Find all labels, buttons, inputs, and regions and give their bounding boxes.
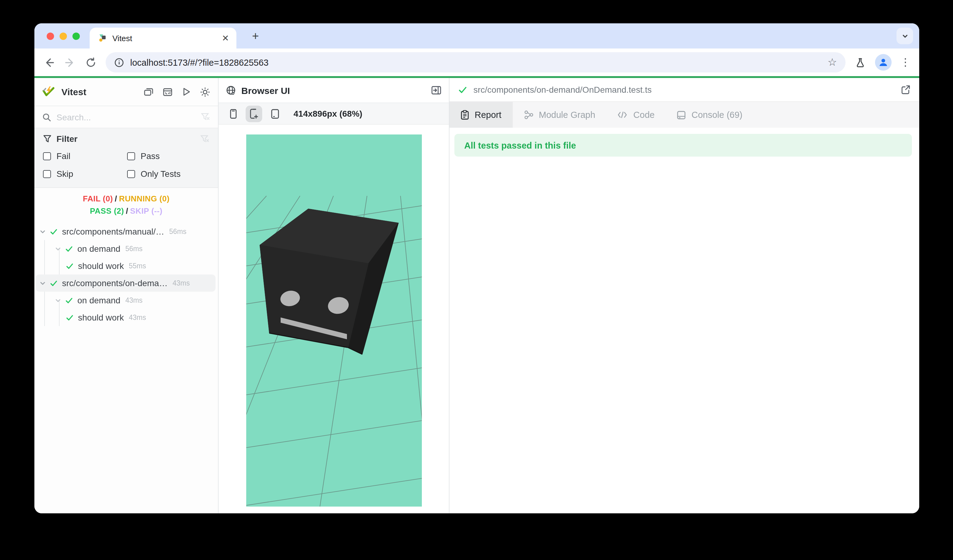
tree-row-file-manual[interactable]: src/components/manual/… 56ms	[34, 223, 218, 240]
filter-funnel-icon	[43, 135, 51, 143]
theme-sun-icon[interactable]	[200, 87, 210, 97]
browser-window: Vitest ✕ + localhost:5173/#	[34, 23, 919, 513]
device-tablet-button[interactable]	[267, 105, 283, 122]
checkbox-pass[interactable]	[127, 152, 135, 160]
browser-viewport-canvas[interactable]	[246, 135, 422, 507]
tab-module-graph[interactable]: Module Graph	[512, 102, 606, 128]
chevron-down-icon[interactable]	[39, 280, 46, 287]
minimize-window-button[interactable]	[60, 33, 67, 40]
open-external-icon[interactable]	[901, 85, 911, 95]
device-phone-small-button[interactable]	[225, 105, 241, 122]
close-window-button[interactable]	[47, 33, 54, 40]
sidebar: Vitest	[34, 78, 219, 513]
vitest-ui-app: Vitest	[34, 78, 919, 513]
chrome-menu-kebab-icon[interactable]: ⋮	[900, 56, 911, 69]
experiments-flask-icon[interactable]	[854, 56, 866, 68]
viewport-toolbar: 414x896px (68%)	[219, 103, 449, 125]
viewport-area	[219, 125, 449, 513]
search-bar[interactable]: Search...	[34, 106, 218, 128]
tab-vitest[interactable]: Vitest ✕	[90, 28, 236, 48]
fail-count: FAIL (0)	[83, 194, 113, 203]
pass-check-icon	[65, 245, 73, 253]
report-tab-bar: Report Module Graph Code	[450, 102, 919, 128]
reload-button[interactable]	[85, 56, 97, 68]
clear-filter-icon[interactable]	[201, 112, 210, 122]
tab-code[interactable]: Code	[606, 102, 666, 128]
chrome-tab-strip: Vitest ✕ +	[34, 23, 919, 48]
maximize-window-button[interactable]	[73, 33, 80, 40]
tree-row-file-on-demand-selected[interactable]: src/components/on-dema… 43ms	[34, 275, 218, 292]
duration-badge: 43ms	[129, 314, 146, 321]
all-tests-passed-banner: All tests passed in this file	[455, 134, 912, 157]
duration-badge: 55ms	[129, 262, 146, 270]
file-path-header: src/components/on-demand/OnDemand.test.t…	[450, 78, 919, 102]
tab-title: Vitest	[112, 34, 222, 43]
viewport-size-label: 414x896px (68%)	[293, 109, 362, 118]
browser-ui-panel: Browser UI 414x896px (68%)	[219, 78, 450, 513]
chevron-down-icon[interactable]	[39, 228, 46, 235]
search-input[interactable]: Search...	[56, 112, 195, 122]
tab-search-chevron-button[interactable]	[897, 28, 913, 44]
chevron-down-icon[interactable]	[55, 245, 61, 252]
clear-filter-icon[interactable]	[200, 134, 210, 143]
tree-row-suite[interactable]: on demand 56ms	[34, 240, 218, 257]
search-icon	[42, 113, 51, 121]
user-icon	[878, 57, 889, 68]
file-path: src/components/on-demand/OnDemand.test.t…	[473, 85, 895, 95]
url-text[interactable]: localhost:5173/#/?file=1828625563	[130, 57, 822, 67]
duration-badge: 56ms	[125, 245, 143, 252]
vitest-logo-icon	[42, 85, 55, 98]
test-tree: src/components/manual/… 56ms on demand 5…	[34, 223, 218, 326]
window-controls	[47, 33, 80, 40]
profile-avatar[interactable]	[875, 54, 892, 71]
duration-badge: 56ms	[169, 228, 186, 235]
browser-ui-header: Browser UI	[219, 78, 449, 103]
report-panel: src/components/on-demand/OnDemand.test.t…	[450, 78, 919, 513]
tree-row-suite[interactable]: on demand 43ms	[34, 292, 218, 309]
screen: Vitest ✕ + localhost:5173/#	[0, 0, 953, 560]
globe-icon	[226, 85, 236, 95]
pass-check-icon	[66, 262, 74, 270]
test-status-summary: FAIL (0)/RUNNING (0) PASS (2)/SKIP (--)	[34, 188, 218, 217]
pass-check-icon	[65, 296, 73, 304]
forward-button[interactable]	[64, 56, 76, 68]
sidebar-header: Vitest	[34, 78, 218, 106]
tree-row-test[interactable]: should work 43ms	[34, 309, 218, 326]
pass-check-icon	[458, 85, 467, 94]
filter-option-skip[interactable]: Skip	[43, 167, 127, 180]
dock-panel-icon[interactable]	[431, 85, 441, 95]
chevron-down-icon[interactable]	[55, 297, 61, 304]
console-icon	[677, 110, 686, 119]
module-graph-icon	[523, 110, 533, 120]
running-count: RUNNING (0)	[119, 194, 169, 203]
chrome-toolbar: localhost:5173/#/?file=1828625563 ☆ ⋮	[34, 48, 919, 76]
status-line-1: FAIL (0)/RUNNING (0)	[34, 193, 218, 205]
collapse-panels-icon[interactable]	[144, 87, 154, 97]
tab-report[interactable]: Report	[450, 102, 512, 128]
pass-check-icon	[50, 279, 58, 287]
filter-panel: Filter Fail Pass Skip Only Tests	[34, 128, 218, 188]
address-bar[interactable]: localhost:5173/#/?file=1828625563 ☆	[106, 52, 846, 73]
new-tab-button[interactable]: +	[247, 28, 264, 44]
pass-count: PASS (2)	[90, 206, 124, 216]
clipboard-icon	[461, 110, 469, 120]
dashboard-icon[interactable]	[163, 87, 172, 97]
back-button[interactable]	[43, 56, 55, 68]
filter-option-pass[interactable]: Pass	[127, 149, 210, 163]
tab-console[interactable]: Console (69)	[666, 102, 753, 128]
bookmark-star-icon[interactable]: ☆	[828, 57, 837, 68]
site-info-icon[interactable]	[114, 57, 124, 67]
filter-option-only-tests[interactable]: Only Tests	[127, 167, 210, 180]
tab-close-icon[interactable]: ✕	[222, 34, 229, 42]
tree-row-test[interactable]: should work 55ms	[34, 257, 218, 275]
device-phone-plus-button[interactable]	[245, 105, 262, 122]
skip-count: SKIP (--)	[130, 206, 163, 216]
chevron-down-icon	[901, 32, 908, 40]
checkbox-fail[interactable]	[43, 152, 51, 160]
run-all-play-icon[interactable]	[182, 87, 191, 96]
pass-check-icon	[50, 228, 58, 236]
checkbox-skip[interactable]	[43, 170, 51, 178]
vitest-favicon-icon	[97, 33, 107, 43]
checkbox-only-tests[interactable]	[127, 170, 135, 178]
filter-option-fail[interactable]: Fail	[43, 149, 127, 163]
